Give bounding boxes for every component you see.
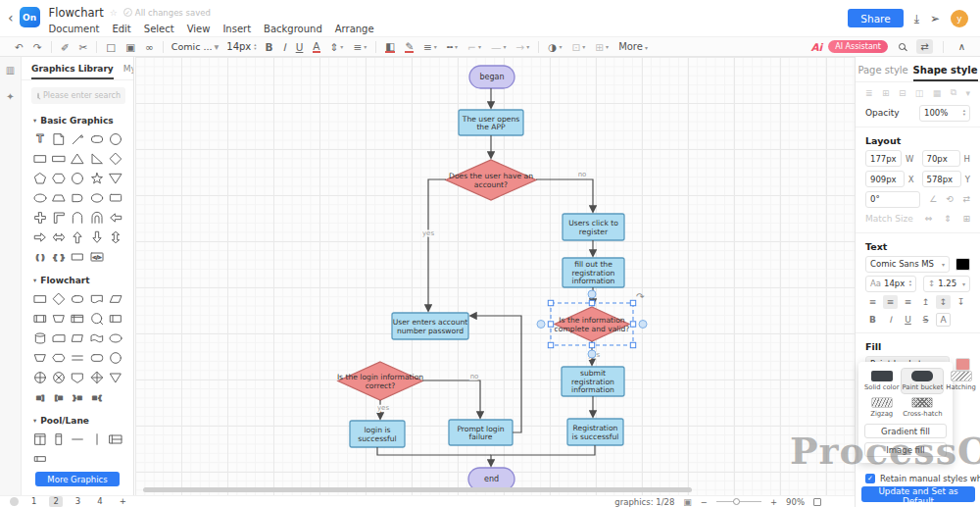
shape-fc-manual-operation[interactable] (50, 310, 68, 328)
opacity-input[interactable]: 100% ▴▾ (919, 105, 970, 122)
flow-node-has-account[interactable]: Does the user have anaccount? (446, 160, 536, 200)
shape-fc-preparation[interactable] (50, 349, 68, 367)
stroke-color-icon[interactable]: ✎ (400, 39, 418, 54)
text-size-input[interactable]: Aa 14px ▴▾ (865, 276, 916, 292)
text-style-icon-u[interactable]: U (901, 313, 915, 327)
update-default-button[interactable]: Update and Set as Default (861, 486, 975, 502)
page-tab-1[interactable]: 1 (27, 496, 40, 507)
shape-angle[interactable] (50, 209, 68, 227)
text-align-icon[interactable]: ≡▾ (348, 39, 371, 54)
line-width-icon[interactable]: ≡▾ (418, 39, 442, 54)
shape-fc-merge[interactable] (107, 369, 124, 386)
zoom-out-icon[interactable]: − (701, 497, 708, 507)
quick-style-icon-2[interactable]: ⊟ (899, 88, 906, 98)
menu-edit[interactable]: Edit (112, 24, 130, 34)
flow-node-click-register[interactable]: Users click toregister (563, 214, 624, 240)
retain-styles-checkbox[interactable]: ✓ Retain manual styles when (865, 474, 980, 483)
insert-link-icon[interactable]: ∞ (140, 39, 159, 54)
sidebar-tab-0[interactable]: Graphics Library (31, 64, 114, 79)
collapse-toolbar-icon[interactable]: ∧ (954, 39, 970, 54)
font-size-select[interactable]: 14px ▴▾ (222, 41, 260, 52)
shape-line-horizontal[interactable] (69, 431, 86, 448)
section-title-1[interactable]: ▾Flowchart (31, 276, 125, 285)
find-icon[interactable] (894, 39, 910, 54)
shape-code-block[interactable]: </> (88, 248, 106, 266)
fill-option-paint-bucket[interactable]: Paint bucket (902, 369, 943, 393)
ai-magic-icon[interactable]: ✦ (6, 91, 14, 102)
shape-fc-bracket-right[interactable]: ≡] (31, 388, 49, 406)
match-width-icon[interactable]: ⇔ (925, 214, 933, 224)
shape-fc-alternate-process[interactable] (88, 349, 106, 367)
resize-handle[interactable] (589, 300, 594, 305)
text-style-icon-b[interactable]: B (865, 313, 880, 327)
quick-style-icon-4[interactable]: ▦ (933, 88, 942, 98)
shape-fc-summing-junction[interactable] (50, 369, 68, 386)
image-fill-option[interactable]: Image fill (864, 442, 947, 457)
shape-ellipse[interactable] (31, 189, 49, 207)
arrow-style-icon[interactable]: →▾ (511, 39, 534, 54)
pages-home-icon[interactable] (10, 497, 19, 506)
align-v-icon-1[interactable]: ↕ (936, 295, 951, 309)
height-input[interactable]: 70px (922, 150, 960, 167)
shape-fc-connector[interactable] (107, 349, 124, 367)
rotate-handle[interactable]: ↷ (636, 291, 645, 302)
x-input[interactable]: 909px (865, 171, 905, 187)
panel-tab-1[interactable]: Shape style (913, 65, 978, 81)
shape-fc-decision[interactable] (50, 290, 68, 308)
shape-rounded-rect[interactable] (88, 130, 106, 148)
shape-fc-process[interactable] (31, 290, 49, 308)
resize-handle[interactable] (630, 342, 635, 347)
flow-node-submit-info[interactable]: submitregistrationinformation (562, 367, 624, 396)
shape-arch[interactable] (69, 209, 86, 227)
connection-handle[interactable] (639, 321, 647, 329)
shape-arrow-up[interactable] (69, 228, 86, 246)
shape-diamond[interactable] (107, 150, 124, 168)
star-icon[interactable]: ☆ (110, 8, 118, 18)
shape-pentagon[interactable] (31, 170, 49, 187)
shape-fc-delay[interactable] (88, 310, 106, 328)
shape-pool-horizontal[interactable] (107, 431, 124, 448)
canvas[interactable]: beganThe user opensthe APPDoes the user … (135, 57, 855, 495)
align-v-icon-0[interactable]: ↥ (918, 295, 933, 309)
quick-style-icon-3[interactable]: ◫ (915, 88, 924, 98)
quick-style-icon-0[interactable]: ≣ (865, 88, 873, 98)
align-h-icon-1[interactable]: ≡ (883, 295, 898, 309)
add-page-button[interactable]: + (116, 496, 130, 507)
canvas-hscrollbar[interactable] (143, 487, 692, 492)
shape-rect[interactable] (31, 150, 49, 168)
text-font-select[interactable]: Comic Sans MS▾ (865, 256, 950, 273)
minimap-icon[interactable]: ▣ (683, 497, 692, 507)
back-button[interactable]: ‹ (8, 8, 14, 27)
flow-node-info-valid[interactable]: Is the informationcomplete and valid? (555, 307, 630, 341)
menu-select[interactable]: Select (144, 24, 174, 34)
shape-circle[interactable] (107, 130, 124, 148)
shape-pool-vertical[interactable] (31, 431, 49, 448)
font-size-stepper[interactable]: ▴▾ (254, 43, 256, 51)
line-height-select[interactable]: ↕ 1.25▾ (923, 276, 970, 292)
resize-handle[interactable] (548, 322, 553, 327)
shape-arrow-left[interactable] (107, 209, 124, 227)
flip-icon[interactable]: ⇄ (962, 194, 970, 204)
share-button[interactable]: Share (848, 9, 903, 27)
panel-tab-0[interactable]: Page style (858, 65, 907, 81)
align-objects-icon[interactable]: ⊡▾ (566, 39, 590, 54)
app-logo[interactable]: On (20, 7, 40, 27)
shape-triangle-down[interactable] (107, 170, 124, 187)
line-shape-icon[interactable]: —▾ (486, 39, 512, 54)
shape-braces[interactable]: { } (50, 248, 68, 266)
y-input[interactable]: 578px (922, 171, 961, 187)
shape-fc-brace-left[interactable]: ≡{ (88, 388, 106, 406)
menu-insert[interactable]: Insert (222, 24, 251, 34)
resize-handle[interactable] (548, 300, 553, 305)
shape-fc-card[interactable] (50, 330, 68, 347)
send-icon[interactable]: ➢ (930, 12, 940, 25)
panel-toggle-icon[interactable]: ▥ (6, 65, 15, 76)
flow-edge-10[interactable]: yes (377, 400, 389, 419)
font-family-select[interactable]: Comic ...▾ (168, 41, 222, 52)
undo-icon[interactable]: ↶ (10, 39, 28, 54)
flow-edge-8[interactable] (491, 445, 595, 466)
italic-icon[interactable]: I (278, 39, 291, 54)
shape-search[interactable] (31, 87, 125, 104)
shape-fc-stored-data[interactable] (107, 310, 124, 328)
download-icon[interactable]: ⤓ (914, 12, 919, 25)
